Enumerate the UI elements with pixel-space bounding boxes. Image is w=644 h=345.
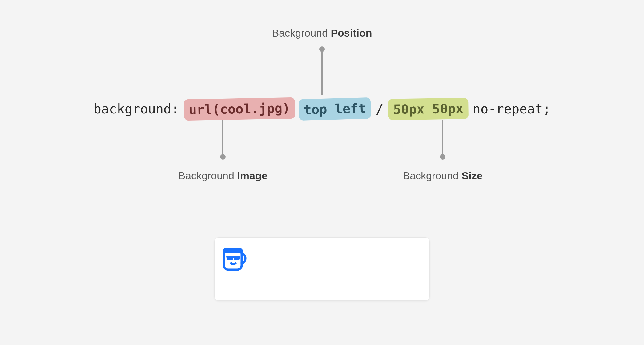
connector-dot-size xyxy=(440,154,445,160)
label-position-prefix: Background xyxy=(272,27,331,39)
label-position-bold: Position xyxy=(331,27,372,39)
diagram-section: Background Position background: url(cool… xyxy=(0,0,644,209)
label-image-prefix: Background xyxy=(178,170,237,181)
label-size-bold: Size xyxy=(461,170,482,181)
chip-background-position: top left xyxy=(299,97,371,121)
svg-rect-2 xyxy=(226,256,240,258)
label-background-position: Background Position xyxy=(272,27,372,39)
mug-icon xyxy=(219,243,250,273)
label-background-size: Background Size xyxy=(403,170,483,182)
chip-background-image: url(cool.jpg) xyxy=(184,97,295,121)
label-image-bold: Image xyxy=(237,170,267,181)
code-slash: / xyxy=(376,101,384,117)
connector-line-position xyxy=(321,49,323,95)
preview-section xyxy=(0,209,644,345)
preview-card xyxy=(214,237,430,301)
label-background-image: Background Image xyxy=(178,170,267,182)
connector-line-image xyxy=(222,120,223,156)
connector-dot-image xyxy=(220,154,226,160)
css-code-line: background: url(cool.jpg) top left / 50p… xyxy=(94,98,551,120)
code-property: background: xyxy=(94,101,179,117)
code-repeat: no-repeat; xyxy=(473,101,551,117)
label-size-prefix: Background xyxy=(403,170,462,181)
chip-background-size: 50px 50px xyxy=(388,98,469,120)
connector-line-size xyxy=(442,120,443,156)
